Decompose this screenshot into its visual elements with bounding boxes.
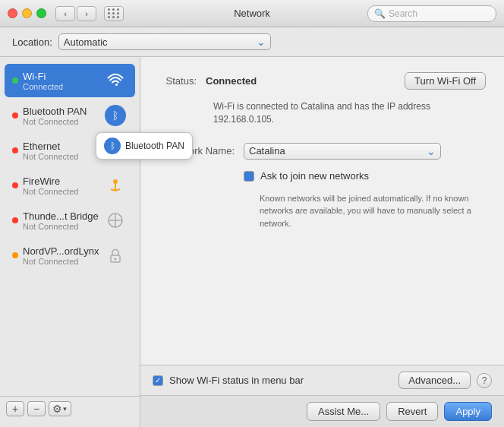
location-bar: Location: Automatic ⌄ — [0, 27, 504, 57]
status-label: Status: — [159, 75, 197, 87]
minimize-button[interactable] — [22, 8, 32, 18]
dropdown-arrow: ▼ — [62, 406, 68, 413]
thunderbolt-icon — [103, 208, 128, 232]
bottom-bar: ✓ Show Wi-Fi status in menu bar Advanced… — [140, 365, 504, 395]
titlebar: ‹ › Network 🔍 Search — [0, 0, 504, 27]
apply-button[interactable]: Apply — [444, 402, 492, 421]
bottom-right: Advanced... ? — [398, 372, 492, 389]
show-wifi-checkbox[interactable]: ✓ — [153, 375, 163, 386]
window-title: Network — [234, 8, 270, 19]
sidebar-item-nordvpn[interactable]: NordVP...ordLynx Not Connected — [5, 239, 135, 272]
network-name-select[interactable]: Catalina ⌄ — [244, 143, 441, 160]
sidebar-item-thunderbolt[interactable]: Thunde...t Bridge Not Connected — [5, 204, 135, 237]
wifi-status-dot — [12, 77, 18, 84]
action-bar: Assist Me... Revert Apply — [140, 395, 504, 427]
wifi-status: Connected — [23, 82, 103, 91]
back-button[interactable]: ‹ — [55, 6, 75, 21]
location-label: Location: — [12, 36, 52, 48]
bluetooth-status-dot — [12, 112, 18, 119]
remove-network-button[interactable]: − — [27, 401, 46, 416]
traffic-lights — [8, 8, 46, 18]
search-icon: 🔍 — [374, 8, 386, 19]
network-name-value: Catalina — [249, 145, 285, 157]
thunderbolt-name: Thunde...t Bridge — [23, 210, 103, 222]
bluetooth-name: Bluetooth PAN — [23, 106, 103, 117]
status-row: Status: Connected Turn Wi-Fi Off — [159, 72, 486, 90]
close-button[interactable] — [8, 8, 17, 18]
status-description-area: Wi-Fi is connected to Catalina and has t… — [206, 100, 486, 126]
ask-join-row: Ask to join new networks — [244, 170, 486, 182]
vpn-icon — [103, 243, 128, 267]
sidebar-bottom: + − ⚙ ▼ — [0, 396, 140, 421]
ethernet-status: Not Connected — [23, 152, 103, 161]
wifi-name: Wi-Fi — [23, 71, 103, 82]
search-placeholder: Search — [389, 8, 417, 19]
nordvpn-name: NordVP...ordLynx — [23, 245, 103, 257]
nordvpn-status: Not Connected — [23, 257, 103, 266]
nordvpn-status-dot — [12, 252, 18, 258]
firewire-name: FireWire — [23, 176, 103, 187]
search-box[interactable]: 🔍 Search — [367, 5, 496, 22]
ask-join-label: Ask to join new networks — [260, 170, 369, 182]
nav-buttons: ‹ › — [55, 6, 96, 21]
forward-button[interactable]: › — [77, 6, 96, 21]
revert-button[interactable]: Revert — [386, 402, 438, 421]
show-wifi-row: ✓ Show Wi-Fi status in menu bar — [153, 375, 304, 386]
ethernet-status-dot — [12, 147, 18, 153]
advanced-button[interactable]: Advanced... — [398, 372, 471, 389]
bluetooth-icon: ᛒ ᛒ Bluetooth PAN — [103, 103, 128, 128]
sidebar-item-wifi[interactable]: Wi-Fi Connected — [5, 64, 135, 97]
sidebar: Wi-Fi Connected Bluetooth PAN — [0, 57, 140, 427]
body-area: Wi-Fi Connected Bluetooth PAN — [0, 57, 504, 427]
firewire-status-dot — [12, 182, 18, 188]
status-description: Wi-Fi is connected to Catalina and has t… — [213, 100, 471, 126]
apps-button[interactable] — [104, 6, 124, 21]
maximize-button[interactable] — [36, 8, 46, 18]
location-dropdown-arrow: ⌄ — [257, 36, 266, 48]
sidebar-item-firewire[interactable]: FireWire Not Connected — [5, 169, 135, 202]
svg-point-13 — [115, 258, 117, 261]
assist-me-button[interactable]: Assist Me... — [307, 402, 380, 421]
bluetooth-status: Not Connected — [23, 117, 103, 126]
firewire-status: Not Connected — [23, 187, 103, 196]
status-value: Connected — [206, 75, 257, 87]
thunderbolt-status-dot — [12, 217, 18, 223]
turn-wifi-off-button[interactable]: Turn Wi-Fi Off — [405, 72, 486, 90]
main-content: Location: Automatic ⌄ Wi-Fi Connected — [0, 27, 504, 427]
svg-point-5 — [113, 179, 118, 184]
bluetooth-tooltip: ᛒ Bluetooth PAN — [96, 132, 193, 160]
settings-button[interactable]: ⚙ ▼ — [49, 401, 71, 416]
wifi-icon — [103, 68, 128, 93]
right-area: Status: Connected Turn Wi-Fi Off Wi-Fi i… — [140, 57, 504, 427]
ask-join-checkbox[interactable] — [244, 171, 254, 182]
location-value: Automatic — [64, 36, 108, 48]
help-button[interactable]: ? — [477, 373, 492, 388]
add-network-button[interactable]: + — [6, 401, 24, 416]
firewire-icon — [103, 173, 128, 198]
sidebar-item-bluetooth[interactable]: Bluetooth PAN Not Connected ᛒ ᛒ Bluetoot… — [5, 99, 135, 132]
ask-join-description: Known networks will be joined automatica… — [260, 192, 472, 230]
right-panel: Status: Connected Turn Wi-Fi Off Wi-Fi i… — [140, 57, 504, 365]
network-name-dropdown-arrow: ⌄ — [427, 145, 436, 157]
ethernet-name: Ethernet — [23, 141, 103, 152]
gear-icon: ⚙ — [52, 403, 62, 415]
location-select[interactable]: Automatic ⌄ — [58, 33, 271, 50]
apps-grid-icon — [108, 8, 120, 18]
thunderbolt-status: Not Connected — [23, 222, 103, 231]
show-wifi-label: Show Wi-Fi status in menu bar — [169, 375, 304, 386]
network-name-row: Network Name: Catalina ⌄ — [159, 143, 486, 160]
